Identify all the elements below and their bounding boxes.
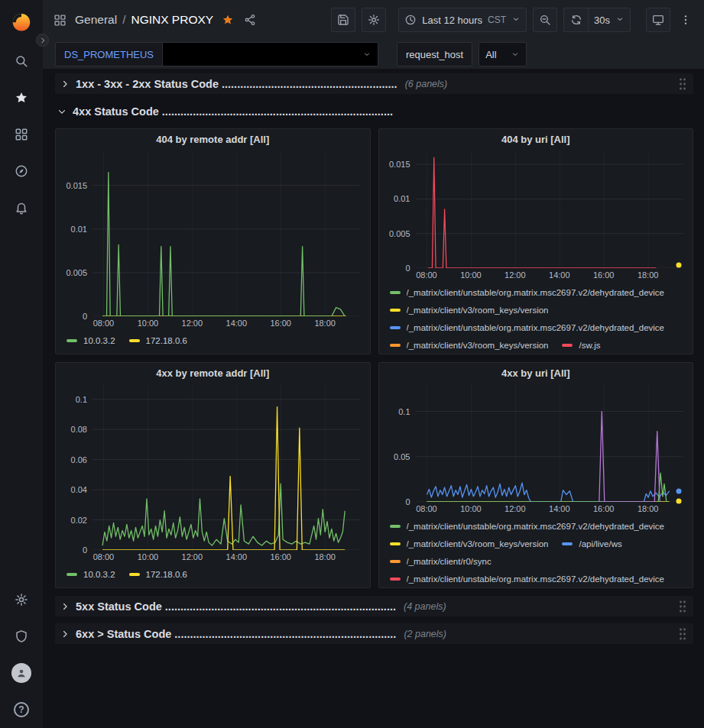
grafana-app: ? General / NGINX PROXY bbox=[0, 0, 704, 728]
time-range-picker[interactable]: Last 12 hours CST bbox=[398, 8, 527, 32]
cycle-view-mode-button[interactable] bbox=[646, 8, 670, 32]
sidebar-item-alerting[interactable] bbox=[0, 189, 43, 226]
chevron-down-icon bbox=[511, 15, 521, 26]
legend: /_matrix/client/unstable/org.matrix.msc2… bbox=[384, 281, 684, 354]
y-axis: 00.0050.010.015 bbox=[60, 150, 92, 316]
legend-swatch bbox=[390, 560, 401, 563]
refresh-icon bbox=[570, 14, 582, 26]
y-axis: 00.020.040.060.080.1 bbox=[60, 384, 92, 550]
x-tick-label: 16:00 bbox=[270, 319, 291, 328]
dashboard-grid-icon bbox=[54, 14, 67, 27]
chart-area: 00.0050.010.015 bbox=[384, 150, 684, 268]
legend-item[interactable]: /_matrix/client/unstable/org.matrix.msc2… bbox=[390, 517, 665, 535]
legend-item[interactable]: 172.18.0.6 bbox=[129, 565, 187, 583]
panel-title[interactable]: 404 by uri [All] bbox=[379, 129, 693, 149]
share-icon[interactable] bbox=[244, 14, 256, 26]
variable-select-ds-prometheus[interactable] bbox=[163, 42, 378, 66]
x-tick-label: 10:00 bbox=[138, 552, 159, 561]
timezone-label: CST bbox=[488, 15, 506, 25]
panel-title[interactable]: 4xx by uri [All] bbox=[379, 363, 693, 383]
sidebar-expand-button[interactable] bbox=[36, 34, 49, 47]
more-options-kebab-icon[interactable] bbox=[678, 12, 693, 28]
x-tick-label: 16:00 bbox=[270, 552, 291, 561]
dashboard-row-5xx[interactable]: 5xx Status Code ........................… bbox=[55, 596, 693, 616]
legend-label: /_matrix/client/v3/room_keys/version bbox=[407, 306, 549, 315]
y-axis: 00.050.1 bbox=[384, 384, 416, 502]
dashboard-row-4xx[interactable]: 4xx Status Code ........................… bbox=[55, 101, 693, 121]
variable-select-request-host[interactable]: All bbox=[479, 42, 526, 66]
legend-item[interactable]: /_matrix/client/unstable/org.matrix.msc2… bbox=[390, 319, 665, 336]
sidebar-item-configuration[interactable] bbox=[0, 581, 43, 618]
panel-404-by-remote-addr: 404 by remote addr [All] 00.0050.010.015… bbox=[55, 128, 371, 354]
panel-chart-body: 00.0050.010.01508:0010:0012:0014:0016:00… bbox=[379, 149, 693, 354]
panel-title[interactable]: 404 by remote addr [All] bbox=[56, 129, 370, 149]
drag-handle-icon[interactable] bbox=[678, 77, 687, 91]
legend-swatch bbox=[562, 344, 573, 347]
dashboard-variables-bar: DS_PROMETHEUS request_host All bbox=[43, 40, 704, 69]
dashboard-settings-button[interactable] bbox=[362, 8, 386, 32]
x-tick-label: 18:00 bbox=[314, 552, 336, 561]
legend-item[interactable]: /_matrix/client/r0/sync bbox=[390, 552, 492, 570]
breadcrumb-separator: / bbox=[122, 13, 125, 27]
sidebar-item-explore[interactable] bbox=[0, 153, 43, 189]
x-axis: 08:0010:0012:0014:0016:0018:00 bbox=[92, 316, 361, 329]
panel-chart-body: 00.0050.010.01508:0010:0012:0014:0016:00… bbox=[56, 149, 370, 354]
gear-icon bbox=[15, 593, 28, 607]
refresh-interval-dropdown[interactable]: 30s bbox=[588, 8, 631, 32]
dashboard-row-6xx[interactable]: 6xx > Status Code ......................… bbox=[55, 623, 693, 644]
x-tick-label: 10:00 bbox=[138, 319, 159, 328]
series-endpoint-dot bbox=[676, 263, 682, 268]
y-tick-label: 0.02 bbox=[71, 516, 87, 524]
legend-item[interactable]: /_matrix/client/unstable/org.matrix.msc2… bbox=[390, 283, 665, 301]
legend-item[interactable]: /api/live/ws bbox=[562, 535, 621, 552]
dashboards-grid-icon bbox=[15, 128, 28, 141]
x-tick-label: 12:00 bbox=[182, 319, 203, 328]
y-tick-label: 0.005 bbox=[389, 229, 410, 238]
compass-icon bbox=[15, 164, 28, 178]
legend-swatch bbox=[129, 573, 140, 576]
favorite-star-icon[interactable] bbox=[222, 14, 234, 26]
save-dashboard-button[interactable] bbox=[331, 8, 355, 32]
x-tick-label: 18:00 bbox=[637, 504, 659, 513]
navbar: General / NGINX PROXY Last 12 hours bbox=[43, 0, 704, 40]
chart-plot bbox=[92, 150, 361, 316]
drag-handle-icon[interactable] bbox=[678, 600, 687, 613]
zoom-out-button[interactable] bbox=[533, 8, 557, 32]
sidebar-item-dashboards[interactable] bbox=[0, 116, 43, 153]
panel-title[interactable]: 4xx by remote addr [All] bbox=[56, 363, 370, 383]
series-line bbox=[427, 473, 666, 502]
series-line bbox=[102, 407, 345, 550]
legend-item[interactable]: 172.18.0.6 bbox=[129, 332, 187, 349]
legend-item[interactable]: /_matrix/client/v3/room_keys/version bbox=[390, 336, 549, 354]
y-tick-label: 0.06 bbox=[71, 455, 87, 464]
panel-4xx-by-uri: 4xx by uri [All] 00.050.108:0010:0012:00… bbox=[378, 362, 694, 588]
legend-swatch bbox=[390, 291, 401, 294]
legend-label: /api/live/ws bbox=[579, 539, 621, 548]
y-tick-label: 0.015 bbox=[66, 181, 87, 189]
dashboard-row-1xx-3xx-2xx[interactable]: 1xx - 3xx - 2xx Status Code ............… bbox=[55, 73, 693, 94]
sidebar-item-starred[interactable] bbox=[0, 79, 43, 116]
row-panel-count: (4 panels) bbox=[404, 601, 446, 612]
refresh-button[interactable] bbox=[563, 8, 588, 32]
x-tick-label: 08:00 bbox=[416, 270, 437, 280]
chevron-down-icon bbox=[362, 50, 371, 59]
row-title: 1xx - 3xx - 2xx Status Code ............… bbox=[76, 78, 397, 90]
legend-item[interactable]: /_matrix/client/unstable/org.matrix.msc2… bbox=[390, 570, 665, 587]
sidebar-item-search[interactable] bbox=[0, 43, 43, 79]
y-tick-label: 0 bbox=[83, 312, 87, 321]
sidebar-item-profile[interactable] bbox=[0, 655, 43, 691]
breadcrumb-section[interactable]: General bbox=[75, 13, 117, 27]
x-tick-label: 12:00 bbox=[504, 270, 526, 280]
legend-label: /_matrix/client/unstable/org.matrix.msc2… bbox=[407, 288, 665, 297]
legend-item[interactable]: /_matrix/client/v3/room_keys/version bbox=[390, 535, 549, 552]
sidebar-item-help[interactable]: ? bbox=[0, 691, 43, 728]
legend-item[interactable]: 10.0.3.2 bbox=[67, 565, 115, 583]
sidebar-item-server-admin[interactable] bbox=[0, 618, 43, 655]
legend-swatch bbox=[390, 578, 401, 581]
legend-item[interactable]: 10.0.3.2 bbox=[67, 332, 115, 349]
legend-item[interactable]: /sw.js bbox=[562, 336, 600, 354]
drag-handle-icon[interactable] bbox=[678, 627, 687, 641]
legend-swatch bbox=[390, 326, 401, 329]
legend-swatch bbox=[390, 525, 401, 528]
legend-item[interactable]: /_matrix/client/v3/room_keys/version bbox=[390, 301, 549, 319]
